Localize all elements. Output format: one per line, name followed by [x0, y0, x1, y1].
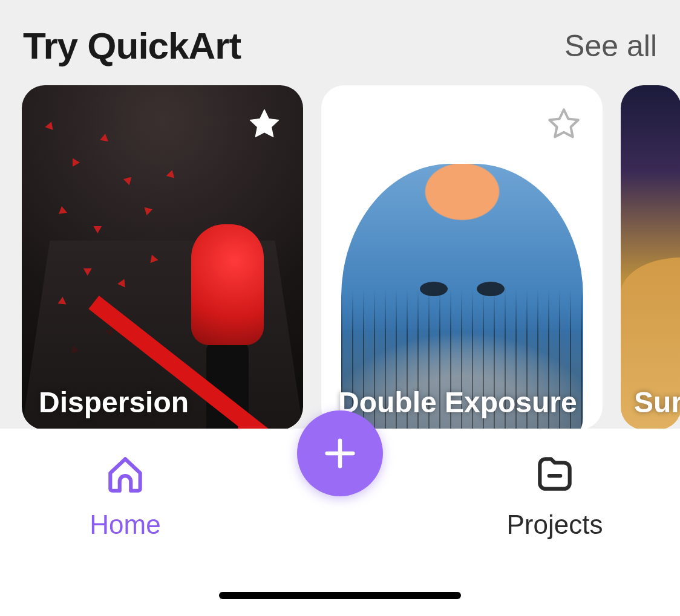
plus-icon — [321, 434, 359, 473]
quickart-card-next[interactable]: Sur — [621, 85, 680, 430]
see-all-link[interactable]: See all — [564, 28, 657, 63]
favorite-button[interactable] — [243, 102, 286, 146]
section-header: Try QuickArt See all — [0, 0, 680, 85]
card-label: Double Exposure — [338, 386, 577, 419]
new-project-fab[interactable] — [297, 410, 383, 496]
card-artwork — [179, 188, 270, 400]
quickart-card-dispersion[interactable]: Dispersion — [22, 85, 303, 430]
card-label: Sur — [634, 386, 680, 419]
card-label: Dispersion — [39, 386, 189, 419]
quickart-card-double-exposure[interactable]: Double Exposure — [321, 85, 603, 430]
star-icon — [246, 106, 283, 142]
nav-projects[interactable]: Projects — [476, 452, 633, 540]
home-icon — [103, 452, 148, 496]
bottom-nav: Home Projects — [0, 429, 680, 616]
folder-icon — [532, 452, 577, 496]
nav-label: Home — [90, 510, 160, 540]
nav-label: Projects — [507, 510, 603, 540]
favorite-button[interactable] — [542, 102, 586, 146]
section-title: Try QuickArt — [23, 24, 241, 67]
home-indicator — [219, 592, 461, 599]
nav-home[interactable]: Home — [47, 452, 204, 540]
quickart-cards: Dispersion Double Exposure Sur — [0, 85, 680, 430]
star-icon — [546, 106, 582, 142]
